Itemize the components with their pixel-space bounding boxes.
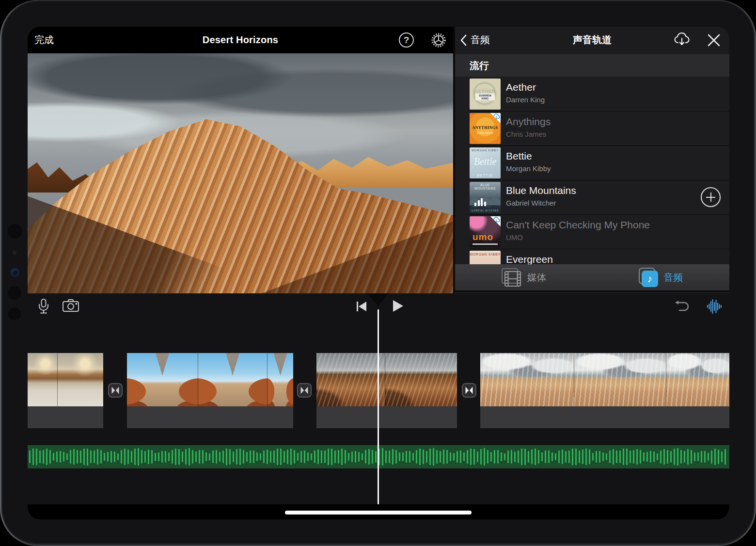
- timeline-clip-rock-wave[interactable]: [316, 353, 457, 428]
- playhead[interactable]: [378, 309, 379, 504]
- tab-audio-label: 音频: [664, 271, 683, 284]
- track-title: Anythings: [506, 116, 695, 128]
- project-title: Desert Horizons: [28, 27, 453, 53]
- microphone-icon[interactable]: [36, 298, 53, 315]
- album-art-blue-mountains: BLUE MOUNTAINS GABRIEL WITCHER: [470, 182, 501, 213]
- track-artist: Darren King: [506, 96, 695, 104]
- home-indicator[interactable]: [285, 511, 472, 514]
- cloud-download-icon[interactable]: [674, 32, 690, 48]
- track-row-bettie[interactable]: MORGAN KIBBY Bettie BETTIE Bettie Morgan…: [455, 145, 729, 180]
- bezel-sensor-dot: [13, 251, 16, 255]
- track-artist: Gabriel Witcher: [506, 199, 695, 207]
- undo-icon[interactable]: [675, 300, 691, 317]
- track-row-aether[interactable]: AETHER DARREN KING Aether Darren King: [455, 77, 729, 111]
- album-art-anythings: ANYTHINGS Chris James: [470, 113, 501, 144]
- add-track-button[interactable]: [701, 187, 721, 207]
- close-icon[interactable]: [707, 33, 721, 47]
- screenshot-root: { "app": { "done_label": "完成", "project_…: [0, 0, 756, 546]
- music-note-icon: ♪: [639, 268, 658, 287]
- soundtracks-header: 音频 声音轨道: [455, 27, 729, 53]
- album-art-aether: AETHER DARREN KING: [470, 79, 501, 110]
- front-camera-lens: [8, 224, 22, 239]
- track-artist: Morgan Kibby: [506, 164, 695, 173]
- album-art-umo: umo: [470, 216, 501, 247]
- album-art-bettie: MORGAN KIBBY Bettie BETTIE: [470, 147, 501, 178]
- filmstrip-icon: [501, 268, 521, 287]
- clip-audio-strip: [480, 406, 729, 428]
- tab-media-label: 媒体: [527, 271, 547, 284]
- transition-icon[interactable]: [297, 383, 312, 398]
- track-title: Aether: [506, 81, 695, 93]
- soundtracks-panel: 音频 声音轨道 流行: [453, 27, 729, 293]
- imovie-app-screen: Desert Horizons 完成 ?: [28, 27, 729, 519]
- track-title: Blue Mountains: [506, 185, 695, 196]
- track-title: Evergreen: [506, 254, 695, 265]
- track-artist: UMO: [506, 233, 695, 241]
- transition-icon[interactable]: [462, 383, 476, 398]
- media-audio-tab-bar: 媒体 ♪ 音频: [455, 264, 729, 292]
- download-badge-icon: [488, 216, 501, 229]
- tab-media[interactable]: 媒体: [455, 264, 592, 290]
- play-icon[interactable]: [392, 299, 408, 316]
- camera-icon[interactable]: [62, 298, 79, 315]
- tab-audio[interactable]: ♪ 音频: [592, 264, 729, 290]
- video-preview[interactable]: [28, 53, 453, 293]
- track-artist: Chris James: [506, 130, 695, 138]
- audio-waveform-icon[interactable]: [707, 299, 723, 316]
- timeline-clip-desert-road[interactable]: [127, 353, 293, 428]
- timeline-clip-salt-flats[interactable]: [28, 353, 103, 428]
- track-row-cant-keep[interactable]: umo Can't Keep Checking My Phone UMO: [455, 214, 729, 249]
- track-title: Bettie: [506, 150, 695, 162]
- track-title: Can't Keep Checking My Phone: [506, 219, 695, 231]
- equalizer-bars-icon: [474, 198, 486, 206]
- playhead-notch: [367, 293, 389, 306]
- track-row-blue-mountains[interactable]: BLUE MOUNTAINS GABRIEL WITCHER Blue Moun…: [455, 180, 729, 214]
- clip-audio-strip: [127, 406, 293, 428]
- genre-section-header: 流行: [455, 54, 729, 77]
- bezel-sensor-2: [8, 307, 21, 320]
- track-row-anythings[interactable]: ANYTHINGS Chris James Anythings Chris Ja…: [455, 111, 729, 145]
- timeline-clip-badlands[interactable]: [480, 353, 729, 428]
- viewer-top-bar: Desert Horizons 完成 ?: [28, 27, 453, 53]
- track-list: AETHER DARREN KING Aether Darren King AN…: [455, 77, 729, 293]
- bezel-sensor: [8, 286, 21, 300]
- settings-gear-icon[interactable]: [430, 32, 447, 48]
- transition-icon[interactable]: [108, 383, 123, 398]
- help-icon[interactable]: ?: [399, 32, 414, 48]
- front-camera-blue-lens: [11, 268, 19, 277]
- done-button[interactable]: 完成: [34, 27, 54, 53]
- download-badge-icon: [488, 113, 501, 126]
- timeline: [28, 293, 729, 519]
- clip-audio-strip: [28, 406, 103, 428]
- clip-audio-strip: [316, 406, 457, 428]
